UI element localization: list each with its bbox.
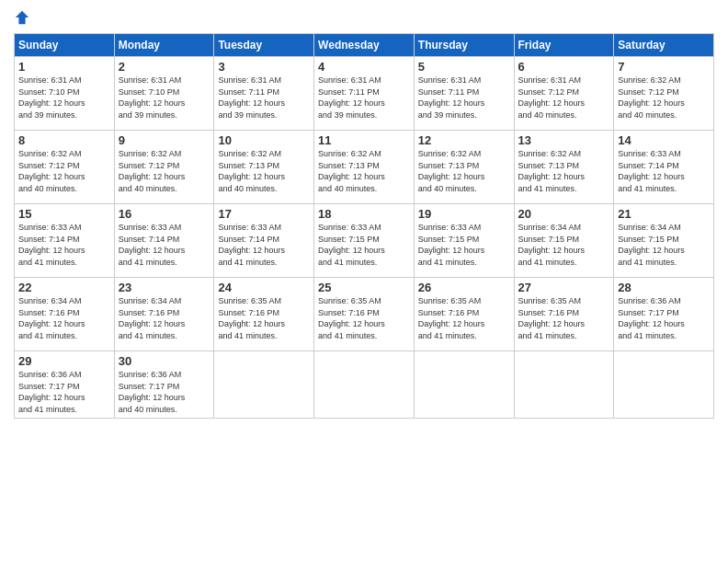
calendar-cell: 21 Sunrise: 6:34 AMSunset: 7:15 PMDaylig…: [614, 204, 714, 278]
day-info: Sunrise: 6:33 AMSunset: 7:15 PMDaylight:…: [318, 223, 385, 267]
calendar-cell: 25 Sunrise: 6:35 AMSunset: 7:16 PMDaylig…: [314, 278, 415, 351]
calendar-cell: 17 Sunrise: 6:33 AMSunset: 7:14 PMDaylig…: [214, 204, 314, 278]
day-number: 24: [218, 281, 310, 294]
day-info: Sunrise: 6:36 AMSunset: 7:17 PMDaylight:…: [618, 296, 685, 340]
day-number: 6: [518, 60, 610, 74]
day-number: 9: [119, 133, 210, 147]
day-header-saturday: Saturday: [614, 34, 714, 57]
day-info: Sunrise: 6:32 AMSunset: 7:13 PMDaylight:…: [518, 149, 586, 193]
logo: [14, 9, 32, 26]
day-number: 27: [518, 281, 610, 294]
day-header-friday: Friday: [514, 34, 614, 57]
day-number: 17: [218, 207, 310, 221]
day-number: 12: [418, 133, 510, 147]
week-row-2: 8 Sunrise: 6:32 AMSunset: 7:12 PMDayligh…: [15, 131, 714, 204]
day-info: Sunrise: 6:31 AMSunset: 7:10 PMDaylight:…: [119, 75, 186, 120]
day-info: Sunrise: 6:32 AMSunset: 7:13 PMDaylight:…: [318, 149, 385, 193]
day-header-thursday: Thursday: [414, 34, 514, 57]
week-row-5: 29 Sunrise: 6:36 AMSunset: 7:17 PMDaylig…: [15, 351, 714, 419]
calendar-cell: 29 Sunrise: 6:36 AMSunset: 7:17 PMDaylig…: [15, 351, 115, 419]
calendar: SundayMondayTuesdayWednesdayThursdayFrid…: [14, 33, 714, 419]
day-info: Sunrise: 6:32 AMSunset: 7:13 PMDaylight:…: [418, 149, 485, 193]
day-info: Sunrise: 6:33 AMSunset: 7:14 PMDaylight:…: [218, 223, 285, 267]
day-number: 4: [318, 60, 410, 74]
day-info: Sunrise: 6:34 AMSunset: 7:16 PMDaylight:…: [119, 296, 186, 340]
calendar-cell: 16 Sunrise: 6:33 AMSunset: 7:14 PMDaylig…: [114, 204, 214, 278]
day-info: Sunrise: 6:35 AMSunset: 7:16 PMDaylight:…: [218, 296, 285, 340]
day-info: Sunrise: 6:32 AMSunset: 7:12 PMDaylight:…: [18, 149, 85, 193]
day-info: Sunrise: 6:34 AMSunset: 7:15 PMDaylight:…: [618, 223, 685, 267]
day-info: Sunrise: 6:34 AMSunset: 7:15 PMDaylight:…: [518, 223, 586, 267]
calendar-cell: 13 Sunrise: 6:32 AMSunset: 7:13 PMDaylig…: [514, 131, 614, 204]
calendar-cell: 12 Sunrise: 6:32 AMSunset: 7:13 PMDaylig…: [414, 131, 514, 204]
day-info: Sunrise: 6:31 AMSunset: 7:10 PMDaylight:…: [18, 75, 85, 120]
calendar-cell: 3 Sunrise: 6:31 AMSunset: 7:11 PMDayligh…: [214, 57, 314, 131]
svg-marker-0: [16, 11, 28, 24]
day-number: 18: [318, 207, 410, 221]
day-info: Sunrise: 6:33 AMSunset: 7:14 PMDaylight:…: [18, 223, 85, 267]
day-info: Sunrise: 6:32 AMSunset: 7:13 PMDaylight:…: [218, 149, 285, 193]
calendar-cell: 24 Sunrise: 6:35 AMSunset: 7:16 PMDaylig…: [214, 278, 314, 351]
day-number: 2: [119, 60, 210, 74]
day-number: 28: [618, 281, 710, 294]
day-header-sunday: Sunday: [15, 34, 115, 57]
day-number: 25: [318, 281, 410, 294]
day-info: Sunrise: 6:33 AMSunset: 7:15 PMDaylight:…: [418, 223, 485, 267]
calendar-cell: 1 Sunrise: 6:31 AMSunset: 7:10 PMDayligh…: [15, 57, 115, 131]
calendar-header-row: SundayMondayTuesdayWednesdayThursdayFrid…: [15, 34, 714, 57]
day-info: Sunrise: 6:36 AMSunset: 7:17 PMDaylight:…: [18, 370, 85, 414]
day-info: Sunrise: 6:31 AMSunset: 7:11 PMDaylight:…: [218, 75, 285, 120]
day-header-monday: Monday: [114, 34, 214, 57]
calendar-cell: [614, 351, 714, 419]
calendar-cell: 19 Sunrise: 6:33 AMSunset: 7:15 PMDaylig…: [414, 204, 514, 278]
calendar-cell: 14 Sunrise: 6:33 AMSunset: 7:14 PMDaylig…: [614, 131, 714, 204]
day-number: 5: [418, 60, 510, 74]
day-number: 13: [518, 133, 610, 147]
day-number: 7: [618, 60, 710, 74]
day-number: 29: [18, 354, 110, 368]
day-number: 3: [218, 60, 310, 74]
day-number: 15: [18, 207, 110, 221]
day-number: 21: [618, 207, 710, 221]
day-number: 10: [218, 133, 310, 147]
calendar-cell: 9 Sunrise: 6:32 AMSunset: 7:12 PMDayligh…: [114, 131, 214, 204]
calendar-cell: 22 Sunrise: 6:34 AMSunset: 7:16 PMDaylig…: [15, 278, 115, 351]
day-info: Sunrise: 6:34 AMSunset: 7:16 PMDaylight:…: [18, 296, 85, 340]
day-info: Sunrise: 6:36 AMSunset: 7:17 PMDaylight:…: [119, 370, 186, 414]
day-number: 1: [18, 60, 110, 74]
day-info: Sunrise: 6:31 AMSunset: 7:11 PMDaylight:…: [418, 75, 485, 120]
day-info: Sunrise: 6:33 AMSunset: 7:14 PMDaylight:…: [618, 149, 685, 193]
day-info: Sunrise: 6:35 AMSunset: 7:16 PMDaylight:…: [418, 296, 485, 340]
calendar-cell: 2 Sunrise: 6:31 AMSunset: 7:10 PMDayligh…: [114, 57, 214, 131]
week-row-1: 1 Sunrise: 6:31 AMSunset: 7:10 PMDayligh…: [15, 57, 714, 131]
day-info: Sunrise: 6:35 AMSunset: 7:16 PMDaylight:…: [318, 296, 385, 340]
day-number: 8: [18, 133, 110, 147]
calendar-cell: 20 Sunrise: 6:34 AMSunset: 7:15 PMDaylig…: [514, 204, 614, 278]
logo-icon: [14, 9, 30, 26]
calendar-cell: [514, 351, 614, 419]
calendar-cell: [414, 351, 514, 419]
week-row-3: 15 Sunrise: 6:33 AMSunset: 7:14 PMDaylig…: [15, 204, 714, 278]
day-number: 16: [119, 207, 210, 221]
day-info: Sunrise: 6:33 AMSunset: 7:14 PMDaylight:…: [119, 223, 186, 267]
calendar-cell: 27 Sunrise: 6:35 AMSunset: 7:16 PMDaylig…: [514, 278, 614, 351]
calendar-cell: 4 Sunrise: 6:31 AMSunset: 7:11 PMDayligh…: [314, 57, 415, 131]
day-info: Sunrise: 6:32 AMSunset: 7:12 PMDaylight:…: [618, 75, 685, 120]
day-number: 20: [518, 207, 610, 221]
calendar-cell: 7 Sunrise: 6:32 AMSunset: 7:12 PMDayligh…: [614, 57, 714, 131]
day-number: 11: [318, 133, 410, 147]
day-number: 14: [618, 133, 710, 147]
day-info: Sunrise: 6:31 AMSunset: 7:11 PMDaylight:…: [318, 75, 385, 120]
calendar-cell: [214, 351, 314, 419]
day-number: 22: [18, 281, 110, 294]
day-info: Sunrise: 6:32 AMSunset: 7:12 PMDaylight:…: [119, 149, 186, 193]
page: SundayMondayTuesdayWednesdayThursdayFrid…: [0, 0, 728, 563]
calendar-cell: [314, 351, 415, 419]
calendar-cell: 26 Sunrise: 6:35 AMSunset: 7:16 PMDaylig…: [414, 278, 514, 351]
calendar-cell: 11 Sunrise: 6:32 AMSunset: 7:13 PMDaylig…: [314, 131, 415, 204]
calendar-body: 1 Sunrise: 6:31 AMSunset: 7:10 PMDayligh…: [15, 57, 714, 419]
calendar-cell: 28 Sunrise: 6:36 AMSunset: 7:17 PMDaylig…: [614, 278, 714, 351]
calendar-cell: 10 Sunrise: 6:32 AMSunset: 7:13 PMDaylig…: [214, 131, 314, 204]
calendar-cell: 30 Sunrise: 6:36 AMSunset: 7:17 PMDaylig…: [114, 351, 214, 419]
day-header-tuesday: Tuesday: [214, 34, 314, 57]
